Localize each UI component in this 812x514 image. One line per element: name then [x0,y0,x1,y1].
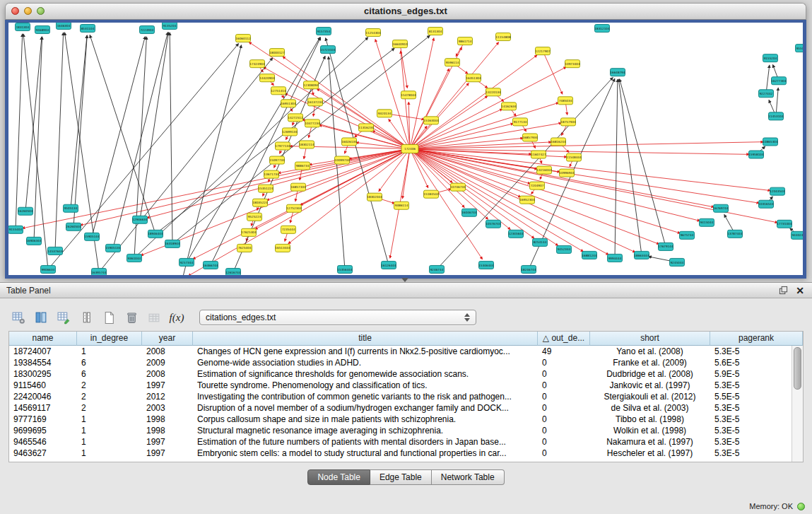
tab-network-table[interactable]: Network Table [432,469,505,485]
graph-node[interactable]: 9596114 [445,59,460,66]
graph-node[interactable]: 18663444 [634,251,649,259]
graph-node[interactable]: 9177134 [513,118,528,126]
graph-node[interactable]: 9157354 [317,28,331,35]
graph-node[interactable]: 16395744 [91,268,107,275]
graph-node[interactable]: 16137234 [307,98,323,106]
graph-node[interactable]: 9155404 [8,226,23,233]
table-row[interactable]: 969969511998Structural magnetic resonanc… [9,425,792,436]
graph-node[interactable]: 16318944 [165,240,180,247]
column-header-5[interactable]: short [590,332,710,346]
graph-node[interactable]: 18035224 [252,199,268,206]
graph-node[interactable]: 15478044 [401,91,416,99]
graph-node[interactable]: 1831304 [16,23,30,31]
graph-node[interactable]: 16060112 [235,35,251,42]
graph-node[interactable]: 1646304 [57,23,71,30]
graph-node[interactable]: 12043544 [770,187,785,195]
graph-node[interactable]: 16857934 [522,134,538,141]
graph-node[interactable]: 11154808 [495,33,511,41]
graph-node[interactable]: 12751414 [271,87,286,95]
graph-node[interactable]: 8531104 [81,25,95,33]
graph-node[interactable]: 16026134 [341,138,357,146]
graph-node[interactable]: 16351304 [466,74,481,82]
graph-node[interactable]: 9386114 [394,201,409,209]
graph-node[interactable]: 11548444 [566,153,582,161]
graph-node[interactable]: 16046744 [461,209,477,216]
graph-node[interactable]: 9452344 [557,245,572,253]
graph-node[interactable]: 10746734 [450,183,466,191]
graph-node[interactable]: 10865304 [763,138,778,146]
graph-node[interactable]: 15958104 [748,151,764,158]
table-row[interactable]: 911546021997Tourette syndrome. Phenomeno… [9,380,792,391]
graph-node[interactable]: 16277304 [771,77,787,85]
graph-node[interactable]: 10099734 [334,156,350,164]
graph-node[interactable]: 18312104 [594,25,610,33]
graph-node[interactable]: 9361044 [127,254,142,262]
column-header-6[interactable]: pagerank [710,332,803,346]
graph-node[interactable]: 9505134 [64,204,78,212]
graph-node[interactable]: 15723104 [320,46,336,54]
graph-node[interactable]: 9468904 [35,26,50,34]
graph-node[interactable]: 16816244 [551,138,566,146]
tab-node-table[interactable]: Node Table [307,469,370,485]
graph-node[interactable]: 18302044 [367,193,382,201]
table-row[interactable]: 1830029562008Estimation of significance … [9,368,792,380]
float-panel-icon[interactable] [777,285,789,296]
table-row[interactable]: 1872400712008Changes of HCN gene express… [9,346,792,357]
column-header-1[interactable]: in_degree [77,332,142,346]
network-window-titlebar[interactable]: citations_edges.txt [5,3,806,20]
graph-node[interactable]: 12946634 [132,216,148,223]
table-settings-icon[interactable] [8,308,28,327]
graph-node[interactable]: 9440244 [792,231,804,239]
graph-node[interactable]: 12699134 [282,128,298,136]
table-row[interactable]: 977716911998Corpus callosum shape and si… [9,414,792,425]
graph-node[interactable]: 15346444 [478,261,494,269]
tab-edge-table[interactable]: Edge Table [370,469,432,485]
graph-node[interactable]: 16260504 [18,207,33,215]
table-row[interactable]: 946554611997Estimation of the future num… [9,436,792,448]
graph-node[interactable]: 8131304 [428,28,443,35]
graph-node[interactable]: 16640910 [392,40,408,48]
graph-node[interactable]: 16513444 [275,244,290,252]
column-header-0[interactable]: name [9,332,77,346]
graph-node[interactable]: 10996944 [559,169,575,177]
show-columns-icon[interactable] [31,308,51,327]
graph-node[interactable]: 12616744 [225,268,241,275]
graph-node[interactable]: 12345644 [508,230,524,238]
column-header-2[interactable]: year [142,332,193,346]
graph-node[interactable]: 7204907 [530,182,545,189]
graph-node[interactable]: 9550304 [796,45,804,52]
graph-node[interactable]: 15905144 [84,233,100,240]
graph-node[interactable]: 17977134 [275,142,290,150]
graph-node[interactable]: 9994444 [608,254,623,262]
new-file-icon[interactable] [99,308,119,327]
graph-node[interactable]: 12217907 [535,47,551,55]
graph-node[interactable]: 17424904 [249,60,265,68]
graph-node[interactable]: 13216044 [536,166,552,174]
graph-node[interactable]: 7235444 [281,226,296,233]
function-builder-icon[interactable]: f(x) [167,308,187,327]
column-header-3[interactable]: title [193,332,538,346]
graph-node[interactable]: 10477234 [305,119,320,127]
graph-node[interactable]: 16769744 [713,204,729,212]
graph-node[interactable]: 9257344 [180,258,194,266]
graph-node[interactable]: 10316544 [758,200,774,208]
graph-node[interactable]: 14420904 [259,74,275,82]
graph-node[interactable]: 14537644 [47,247,63,255]
table-row[interactable]: 2242004622012Investigating the contribut… [9,391,792,402]
graph-node[interactable]: 8254144 [533,238,548,246]
graph-node[interactable]: 9320134 [377,110,392,117]
graph-node[interactable]: 15163044 [423,117,439,124]
network-graph[interactable]: 1724061831304946890416463048531104722490… [8,23,803,275]
graph-node[interactable]: 9246744 [430,265,445,273]
graph-node[interactable]: 16648794 [610,69,625,76]
import-table-icon[interactable] [144,308,164,327]
select-rows-icon[interactable] [54,308,73,327]
graph-node[interactable]: 9906634 [41,265,56,273]
graph-node[interactable]: 18000127 [269,49,285,57]
column-bars-icon[interactable] [76,308,96,327]
graph-node[interactable]: 9886734 [295,162,310,170]
table-vertical-scrollbar[interactable] [792,346,803,462]
graph-node[interactable]: 9227442 [759,90,774,98]
table-row[interactable]: 1456911722003Disruption of a novel membe… [9,402,792,414]
graph-node[interactable]: 10973403 [565,60,580,68]
